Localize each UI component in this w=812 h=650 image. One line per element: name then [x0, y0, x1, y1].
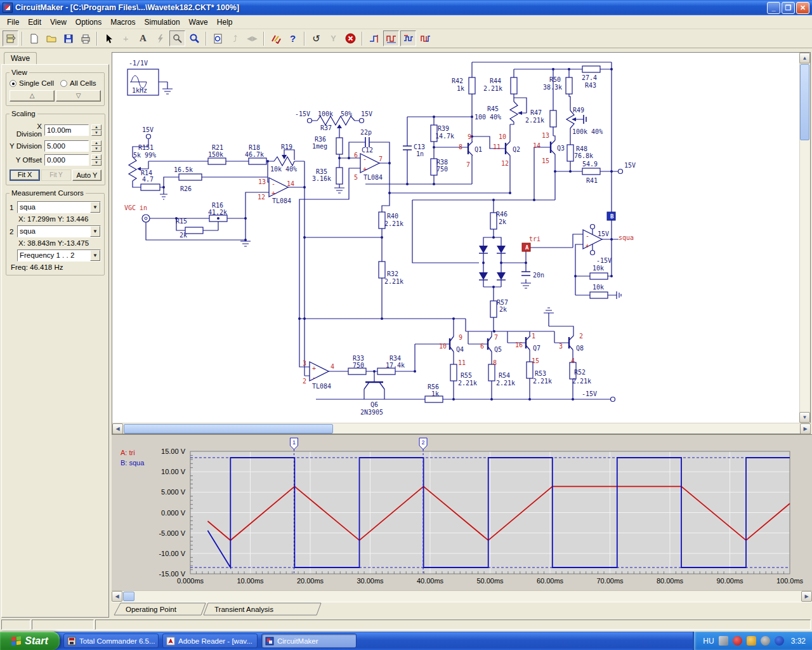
schematic-label: 3 — [303, 360, 306, 367]
menu-wave[interactable]: Wave — [185, 16, 213, 29]
schematic-label: 12 — [258, 194, 265, 201]
schematic-label: 11 — [493, 143, 501, 150]
scroll-down-icon[interactable]: ▼ — [799, 412, 810, 423]
single-cell-radio[interactable] — [10, 80, 16, 87]
waveform-horizontal-scrollbar[interactable]: ◀ ▶ — [112, 590, 812, 602]
reset-button[interactable]: ↺ — [308, 30, 324, 46]
wave-scroll-left-icon[interactable]: ◀ — [112, 591, 122, 602]
y-division-stepper[interactable]: ▲▼ — [91, 140, 102, 152]
horizontal-scroll-thumb[interactable] — [124, 424, 333, 434]
cursor2-dropdown-icon[interactable]: ▼ — [90, 226, 100, 237]
wire-tool-button[interactable]: + — [118, 30, 134, 46]
select-tool-button[interactable] — [101, 30, 117, 46]
schematic-label: 4 — [571, 357, 575, 364]
schematic-components[interactable] — [128, 66, 623, 402]
y-division-input[interactable]: 5.000 — [44, 140, 89, 152]
x-division-input[interactable]: 10.00m — [44, 124, 89, 136]
y-offset-stepper[interactable]: ▲▼ — [91, 154, 102, 166]
legend-entry: B: squa — [121, 459, 145, 467]
tab-wave[interactable]: Wave — [4, 52, 37, 65]
schematic-label: R19 — [281, 143, 292, 150]
rotate-button[interactable]: ⤴ — [227, 30, 243, 46]
cell-up-button[interactable]: △ — [10, 90, 55, 102]
schematic-label: -15V — [295, 110, 310, 117]
pulse-display-button[interactable] — [400, 30, 416, 46]
y-offset-input[interactable]: 0.000 — [44, 154, 89, 166]
minimize-button[interactable]: _ — [767, 2, 780, 14]
scroll-right-icon[interactable]: ▶ — [800, 423, 811, 434]
tablet-tray-icon[interactable] — [719, 636, 728, 646]
help-button[interactable]: ? — [285, 30, 301, 46]
waveform-plot[interactable]: 120.000ms10.00ms20.00ms30.00ms40.00ms50.… — [112, 435, 812, 591]
preview-button[interactable] — [210, 30, 226, 46]
wave-scroll-thumb[interactable] — [123, 592, 134, 601]
open-file-button[interactable] — [43, 30, 59, 46]
schematic-label: - — [586, 232, 589, 239]
run-transient-button[interactable] — [383, 30, 399, 46]
cursor-mode-select[interactable]: Frequency 1 . . 2 ▼ — [17, 249, 101, 262]
new-file-button[interactable] — [26, 30, 42, 46]
wave-scroll-right-icon[interactable]: ▶ — [801, 591, 812, 602]
cursor1-dropdown-icon[interactable]: ▼ — [90, 202, 100, 213]
fit-x-button[interactable]: Fit X — [10, 169, 40, 181]
text-tool-button[interactable]: A — [135, 30, 151, 46]
schematic-canvas[interactable]: -1/1V1kHz15VR1515k 99%R144.716.5kR26R211… — [113, 53, 799, 421]
schematic-pane[interactable]: -1/1V1kHz15VR1515k 99%R144.716.5kR26R211… — [112, 52, 811, 434]
taskbar-item-total-commander[interactable]: Total Commander 6.5... — [63, 633, 159, 648]
restore-button[interactable]: ❐ — [782, 2, 795, 14]
title-bar[interactable]: CircuitMaker - [C:\Program Files\...\Wav… — [0, 0, 812, 15]
language-indicator[interactable]: HU — [703, 637, 714, 646]
digital-step-button[interactable] — [366, 30, 382, 46]
waveform-pane[interactable]: 120.000ms10.00ms20.00ms30.00ms40.00ms50.… — [112, 434, 812, 590]
x-axis-tick-label: 20.00ms — [297, 577, 324, 585]
schematic-label: 16 — [515, 342, 523, 348]
status-cell-2 — [32, 620, 94, 630]
toolbar: + A ⤴ ◀▶ ? ↺ Y — [0, 29, 812, 48]
print-button[interactable] — [77, 30, 93, 46]
volume-icon[interactable] — [747, 636, 756, 646]
menu-options[interactable]: Options — [71, 16, 106, 29]
scroll-up-icon[interactable]: ▲ — [799, 53, 810, 63]
start-button[interactable]: Start — [0, 632, 60, 650]
multi-trace-button[interactable] — [417, 30, 433, 46]
schematic-horizontal-scrollbar[interactable]: ◀ ▶ — [112, 423, 811, 434]
cursor2-signal-select[interactable]: squa ▼ — [17, 225, 101, 237]
tab-operating-point-label[interactable]: Operating Point — [126, 606, 177, 613]
menu-simulation[interactable]: Simulation — [140, 16, 185, 29]
stop-simulation-button[interactable] — [343, 30, 358, 46]
delete-tool-button[interactable] — [152, 30, 168, 46]
schematic-vertical-scrollbar[interactable]: ▲ ▼ — [799, 53, 810, 423]
x-axis-tick-label: 0.000ms — [177, 577, 204, 585]
save-file-button[interactable] — [60, 30, 76, 46]
cursor-mode-dropdown-icon[interactable]: ▼ — [90, 250, 100, 261]
check-wires-button[interactable] — [268, 30, 284, 46]
schematic-label: 15V — [361, 110, 372, 117]
cell-down-button[interactable]: ▽ — [56, 90, 101, 102]
security-shield-icon[interactable] — [733, 636, 742, 646]
bluetooth-icon[interactable] — [775, 636, 784, 646]
system-tray: HU 3:32 — [693, 632, 812, 650]
menu-edit[interactable]: Edit — [23, 16, 46, 29]
taskbar-item-adobe-reader[interactable]: Adobe Reader - [wav... — [162, 633, 258, 648]
scroll-left-icon[interactable]: ◀ — [112, 423, 123, 434]
zoom-tool-button[interactable] — [169, 30, 185, 46]
auto-y-button[interactable]: Auto Y — [72, 169, 102, 181]
vertical-scroll-thumb[interactable] — [800, 64, 809, 140]
search-magnifier-button[interactable] — [187, 30, 202, 46]
x-division-stepper[interactable]: ▲▼ — [91, 124, 102, 136]
schematic-label: 7 — [466, 161, 470, 168]
parts-browser-button[interactable] — [3, 30, 18, 46]
tab-transient-analysis-label[interactable]: Transient Analysis — [214, 606, 273, 613]
cursor1-signal-select[interactable]: squa ▼ — [17, 201, 101, 213]
mirror-button[interactable]: ◀▶ — [244, 30, 260, 46]
menu-view[interactable]: View — [46, 16, 71, 29]
taskbar-item-circuitmaker[interactable]: CircuitMaker — [261, 633, 357, 648]
menu-macros[interactable]: Macros — [106, 16, 140, 29]
menu-help[interactable]: Help — [213, 16, 237, 29]
close-button[interactable]: ✕ — [796, 2, 809, 14]
menu-file[interactable]: File — [3, 16, 23, 29]
speaker-gray-icon[interactable] — [761, 636, 770, 646]
probe-tool-button[interactable]: Y — [325, 30, 341, 46]
fit-y-button[interactable]: Fit Y — [41, 169, 70, 181]
all-cells-radio[interactable] — [60, 80, 67, 87]
